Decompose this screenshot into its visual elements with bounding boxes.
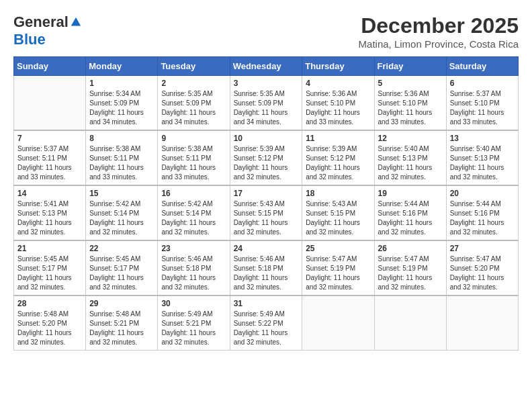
day-number: 17 (234, 189, 299, 198)
cell-info: Sunrise: 5:38 AMSunset: 5:11 PMDaylight:… (161, 144, 226, 182)
cell-info: Sunrise: 5:37 AMSunset: 5:10 PMDaylight:… (450, 89, 515, 127)
day-number: 4 (306, 79, 370, 88)
day-number: 23 (161, 244, 226, 253)
day-number: 30 (161, 299, 226, 308)
calendar-cell: 5Sunrise: 5:36 AMSunset: 5:10 PMDaylight… (374, 76, 446, 131)
day-header-sunday: Sunday (14, 57, 86, 76)
calendar-cell: 23Sunrise: 5:46 AMSunset: 5:18 PMDayligh… (158, 240, 230, 295)
day-number: 19 (378, 189, 443, 198)
cell-info: Sunrise: 5:49 AMSunset: 5:21 PMDaylight:… (161, 310, 226, 347)
calendar-cell: 4Sunrise: 5:36 AMSunset: 5:10 PMDaylight… (302, 76, 374, 131)
day-number: 25 (306, 244, 370, 253)
cell-info: Sunrise: 5:45 AMSunset: 5:17 PMDaylight:… (17, 255, 82, 292)
cell-info: Sunrise: 5:46 AMSunset: 5:18 PMDaylight:… (234, 255, 299, 292)
calendar-cell: 26Sunrise: 5:47 AMSunset: 5:19 PMDayligh… (374, 240, 446, 295)
day-number: 20 (450, 189, 515, 198)
calendar-cell: 13Sunrise: 5:40 AMSunset: 5:13 PMDayligh… (446, 130, 518, 185)
calendar-cell (14, 76, 86, 131)
day-number: 21 (17, 244, 82, 253)
cell-info: Sunrise: 5:40 AMSunset: 5:13 PMDaylight:… (450, 144, 515, 182)
calendar-cell: 14Sunrise: 5:41 AMSunset: 5:13 PMDayligh… (14, 185, 86, 240)
calendar-week-2: 7Sunrise: 5:37 AMSunset: 5:11 PMDaylight… (14, 130, 519, 185)
day-header-wednesday: Wednesday (230, 57, 302, 76)
calendar-table: SundayMondayTuesdayWednesdayThursdayFrid… (13, 56, 519, 351)
page-header: General Blue December 2025 Matina, Limon… (13, 13, 519, 50)
calendar-week-4: 21Sunrise: 5:45 AMSunset: 5:17 PMDayligh… (14, 240, 519, 295)
day-number: 13 (450, 134, 515, 143)
day-number: 8 (89, 134, 154, 143)
calendar-cell: 24Sunrise: 5:46 AMSunset: 5:18 PMDayligh… (230, 240, 302, 295)
calendar-cell: 30Sunrise: 5:49 AMSunset: 5:21 PMDayligh… (158, 295, 230, 351)
calendar-cell: 20Sunrise: 5:44 AMSunset: 5:16 PMDayligh… (446, 185, 518, 240)
calendar-week-3: 14Sunrise: 5:41 AMSunset: 5:13 PMDayligh… (14, 185, 519, 240)
title-section: December 2025 Matina, Limon Province, Co… (359, 13, 519, 50)
calendar-cell: 19Sunrise: 5:44 AMSunset: 5:16 PMDayligh… (374, 185, 446, 240)
cell-info: Sunrise: 5:36 AMSunset: 5:10 PMDaylight:… (378, 89, 443, 127)
calendar-cell: 10Sunrise: 5:39 AMSunset: 5:12 PMDayligh… (230, 130, 302, 185)
day-number: 16 (161, 189, 226, 198)
cell-info: Sunrise: 5:45 AMSunset: 5:17 PMDaylight:… (89, 255, 154, 292)
logo-icon (70, 16, 82, 28)
calendar-cell: 28Sunrise: 5:48 AMSunset: 5:20 PMDayligh… (14, 295, 86, 351)
day-number: 24 (234, 244, 299, 253)
cell-info: Sunrise: 5:47 AMSunset: 5:19 PMDaylight:… (378, 255, 443, 292)
location-title: Matina, Limon Province, Costa Rica (359, 38, 519, 50)
cell-info: Sunrise: 5:46 AMSunset: 5:18 PMDaylight:… (161, 255, 226, 292)
day-number: 29 (89, 299, 154, 308)
calendar-cell: 17Sunrise: 5:43 AMSunset: 5:15 PMDayligh… (230, 185, 302, 240)
day-header-saturday: Saturday (446, 57, 518, 76)
cell-info: Sunrise: 5:48 AMSunset: 5:20 PMDaylight:… (17, 310, 82, 347)
calendar-cell: 1Sunrise: 5:34 AMSunset: 5:09 PMDaylight… (86, 76, 158, 131)
calendar-cell: 27Sunrise: 5:47 AMSunset: 5:20 PMDayligh… (446, 240, 518, 295)
cell-info: Sunrise: 5:49 AMSunset: 5:22 PMDaylight:… (234, 310, 299, 347)
day-number: 7 (17, 134, 82, 143)
cell-info: Sunrise: 5:39 AMSunset: 5:12 PMDaylight:… (234, 144, 299, 182)
cell-info: Sunrise: 5:35 AMSunset: 5:09 PMDaylight:… (234, 89, 299, 127)
calendar-cell: 12Sunrise: 5:40 AMSunset: 5:13 PMDayligh… (374, 130, 446, 185)
day-number: 1 (89, 79, 154, 88)
calendar-cell: 29Sunrise: 5:48 AMSunset: 5:21 PMDayligh… (86, 295, 158, 351)
calendar-cell: 25Sunrise: 5:47 AMSunset: 5:19 PMDayligh… (302, 240, 374, 295)
day-header-tuesday: Tuesday (158, 57, 230, 76)
cell-info: Sunrise: 5:38 AMSunset: 5:11 PMDaylight:… (89, 144, 154, 182)
day-number: 28 (17, 299, 82, 308)
calendar-cell: 16Sunrise: 5:42 AMSunset: 5:14 PMDayligh… (158, 185, 230, 240)
day-number: 5 (378, 79, 443, 88)
cell-info: Sunrise: 5:35 AMSunset: 5:09 PMDaylight:… (161, 89, 226, 127)
day-number: 9 (161, 134, 226, 143)
logo: General Blue (13, 13, 82, 48)
day-header-thursday: Thursday (302, 57, 374, 76)
svg-marker-0 (71, 17, 81, 26)
calendar-cell: 7Sunrise: 5:37 AMSunset: 5:11 PMDaylight… (14, 130, 86, 185)
cell-info: Sunrise: 5:39 AMSunset: 5:12 PMDaylight:… (306, 144, 370, 182)
calendar-header-row: SundayMondayTuesdayWednesdayThursdayFrid… (14, 57, 519, 76)
day-number: 11 (306, 134, 370, 143)
cell-info: Sunrise: 5:43 AMSunset: 5:15 PMDaylight:… (234, 199, 299, 237)
day-number: 6 (450, 79, 515, 88)
cell-info: Sunrise: 5:43 AMSunset: 5:15 PMDaylight:… (306, 199, 370, 237)
cell-info: Sunrise: 5:47 AMSunset: 5:20 PMDaylight:… (450, 255, 515, 292)
cell-info: Sunrise: 5:48 AMSunset: 5:21 PMDaylight:… (89, 310, 154, 347)
calendar-cell: 22Sunrise: 5:45 AMSunset: 5:17 PMDayligh… (86, 240, 158, 295)
calendar-cell (446, 295, 518, 351)
cell-info: Sunrise: 5:44 AMSunset: 5:16 PMDaylight:… (378, 199, 443, 237)
calendar-cell: 18Sunrise: 5:43 AMSunset: 5:15 PMDayligh… (302, 185, 374, 240)
day-number: 10 (234, 134, 299, 143)
calendar-cell (302, 295, 374, 351)
calendar-cell: 21Sunrise: 5:45 AMSunset: 5:17 PMDayligh… (14, 240, 86, 295)
day-number: 22 (89, 244, 154, 253)
calendar-cell: 15Sunrise: 5:42 AMSunset: 5:14 PMDayligh… (86, 185, 158, 240)
cell-info: Sunrise: 5:37 AMSunset: 5:11 PMDaylight:… (17, 144, 82, 182)
calendar-cell (374, 295, 446, 351)
calendar-cell: 11Sunrise: 5:39 AMSunset: 5:12 PMDayligh… (302, 130, 374, 185)
cell-info: Sunrise: 5:47 AMSunset: 5:19 PMDaylight:… (306, 255, 370, 292)
cell-info: Sunrise: 5:36 AMSunset: 5:10 PMDaylight:… (306, 89, 370, 127)
cell-info: Sunrise: 5:42 AMSunset: 5:14 PMDaylight:… (161, 199, 226, 237)
calendar-cell: 8Sunrise: 5:38 AMSunset: 5:11 PMDaylight… (86, 130, 158, 185)
day-number: 14 (17, 189, 82, 198)
month-title: December 2025 (359, 13, 519, 38)
calendar-week-1: 1Sunrise: 5:34 AMSunset: 5:09 PMDaylight… (14, 76, 519, 131)
calendar-cell: 3Sunrise: 5:35 AMSunset: 5:09 PMDaylight… (230, 76, 302, 131)
calendar-cell: 31Sunrise: 5:49 AMSunset: 5:22 PMDayligh… (230, 295, 302, 351)
day-header-monday: Monday (86, 57, 158, 76)
